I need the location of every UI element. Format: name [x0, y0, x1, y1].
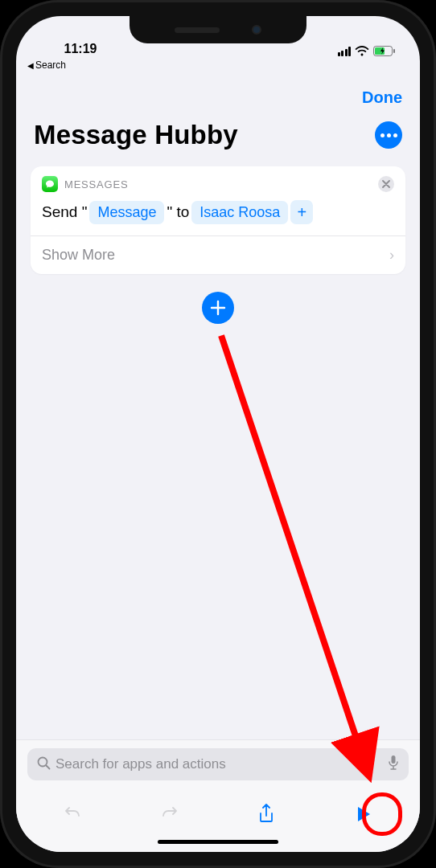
action-body: Send " Message " to Isaac Roosa +	[31, 199, 405, 235]
nav-bar: Done	[16, 72, 420, 117]
phone-frame: 11:19 ◀ Search Done Message Hubby	[0, 0, 436, 868]
svg-rect-2	[393, 49, 395, 53]
toolbar	[16, 788, 420, 833]
page-title: Message Hubby	[34, 120, 238, 150]
back-to-search[interactable]: ◀ Search	[16, 58, 420, 72]
action-text-prefix: Send "	[42, 203, 87, 221]
bottom-bar: Search for apps and actions	[16, 739, 420, 852]
search-placeholder: Search for apps and actions	[56, 756, 383, 772]
svg-point-4	[39, 757, 47, 766]
back-chevron-icon: ◀	[27, 61, 34, 70]
home-indicator[interactable]	[158, 840, 278, 844]
dictation-icon[interactable]	[388, 755, 399, 774]
notch	[130, 16, 306, 43]
svg-line-3	[221, 336, 365, 765]
action-app-label: MESSAGES	[64, 178, 128, 190]
battery-charging-icon	[373, 46, 396, 56]
ellipsis-icon	[380, 133, 397, 137]
add-action-button[interactable]	[202, 292, 234, 324]
back-label: Search	[35, 59, 66, 71]
cellular-signal-icon	[338, 47, 352, 56]
recipient-token[interactable]: Isaac Roosa	[191, 201, 288, 224]
wifi-icon	[355, 46, 369, 56]
message-token[interactable]: Message	[89, 201, 164, 224]
status-time: 11:19	[40, 42, 121, 56]
add-recipient-button[interactable]: +	[290, 200, 313, 224]
svg-rect-6	[392, 755, 396, 764]
redo-button[interactable]	[152, 796, 187, 832]
more-options-button[interactable]	[375, 121, 402, 149]
action-card[interactable]: MESSAGES Send " Message " to Isaac Roosa…	[31, 166, 405, 274]
run-button[interactable]	[346, 796, 381, 832]
messages-app-icon	[42, 176, 58, 192]
show-more-button[interactable]: Show More ›	[31, 235, 405, 274]
search-input[interactable]: Search for apps and actions	[27, 748, 409, 780]
search-icon	[37, 756, 51, 773]
screen: 11:19 ◀ Search Done Message Hubby	[16, 16, 420, 852]
share-button[interactable]	[249, 796, 284, 832]
show-more-label: Show More	[42, 247, 115, 264]
done-button[interactable]: Done	[362, 88, 402, 107]
undo-button[interactable]	[55, 796, 90, 832]
chevron-right-icon: ›	[389, 247, 394, 264]
clear-action-button[interactable]	[378, 176, 394, 192]
svg-line-5	[47, 765, 50, 768]
action-text-mid: " to	[167, 203, 189, 221]
